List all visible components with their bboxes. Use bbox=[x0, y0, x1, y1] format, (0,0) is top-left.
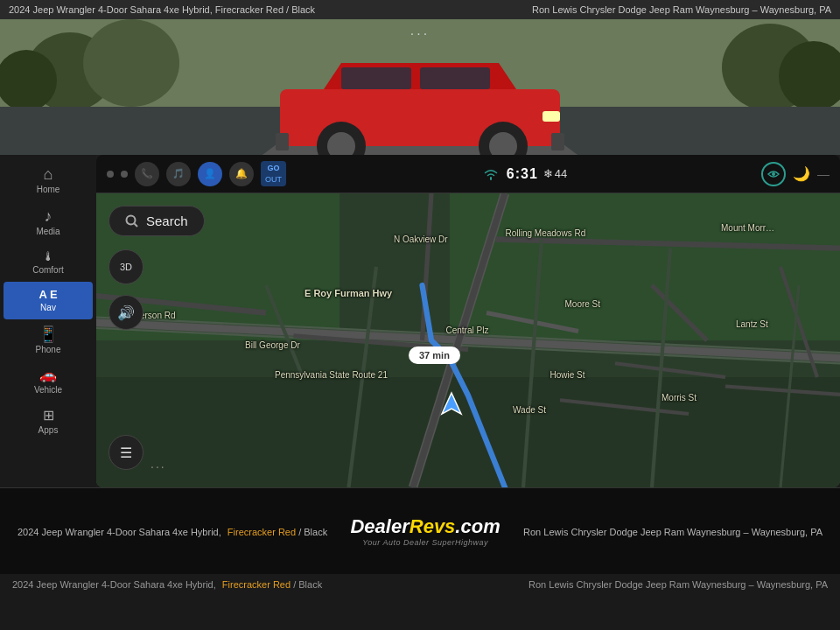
apps-icon: ⊞ bbox=[43, 409, 54, 423]
svg-rect-10 bbox=[341, 67, 411, 89]
topbar-left-section: 📞 🎵 👤 🔔 GO OUT bbox=[107, 161, 286, 186]
svg-point-2 bbox=[83, 19, 179, 107]
dealer-title-bar: Ron Lewis Chrysler Dodge Jeep Ram Waynes… bbox=[532, 4, 831, 15]
volume-icon: 🔊 bbox=[117, 304, 135, 321]
status-dot-1 bbox=[107, 171, 114, 178]
comfort-icon: 🌡 bbox=[42, 250, 54, 262]
logo-domain: .com bbox=[455, 515, 500, 538]
svg-point-45 bbox=[127, 215, 136, 224]
temp-symbol: ❄ bbox=[543, 167, 553, 180]
wifi-svg bbox=[482, 167, 500, 181]
footer-caption: 2024 Jeep Wrangler 4-Door Sahara 4xe Hyb… bbox=[0, 574, 840, 595]
footer-car-title: 2024 Jeep Wrangler 4-Door Sahara 4xe Hyb… bbox=[18, 527, 327, 537]
menu-button[interactable]: ☰ bbox=[108, 435, 144, 470]
infotainment-screen: 📞 🎵 👤 🔔 GO OUT bbox=[96, 155, 840, 487]
topbar-center-section: 6:31 ❄ 44 bbox=[480, 164, 568, 185]
svg-line-46 bbox=[135, 223, 138, 227]
footer-dealer-text: Ron Lewis Chrysler Dodge Jeep Ram Waynes… bbox=[523, 527, 822, 537]
phone-icon: 📱 bbox=[38, 326, 58, 342]
svg-marker-44 bbox=[442, 393, 461, 414]
go-out-badge: GO OUT bbox=[261, 161, 286, 186]
svg-rect-16 bbox=[542, 111, 560, 122]
moon-icon[interactable]: 🌙 bbox=[793, 165, 810, 182]
user-icon: 👤 bbox=[198, 162, 222, 186]
caption-color-interior: Black bbox=[298, 579, 322, 590]
screen-topbar: 📞 🎵 👤 🔔 GO OUT bbox=[96, 155, 840, 193]
car-photo-area: ··· bbox=[0, 19, 840, 155]
media-status-icon: 🎵 bbox=[166, 162, 191, 186]
color-exterior: Firecracker Red bbox=[228, 527, 296, 537]
wifi-icon bbox=[480, 164, 501, 185]
temp-display: ❄ 44 bbox=[543, 167, 567, 180]
temp-value: 44 bbox=[555, 167, 567, 180]
search-icon bbox=[125, 214, 139, 228]
map-svg bbox=[96, 193, 840, 487]
menu-icon: ☰ bbox=[120, 444, 132, 461]
sidebar-nav: ⌂ Home ♪ Media 🌡 Comfort A E Nav 📱 Phone… bbox=[0, 155, 96, 487]
dealer-logo[interactable]: Dealer Revs .com Your Auto Dealer SuperH… bbox=[350, 515, 500, 547]
svg-rect-11 bbox=[420, 67, 490, 89]
volume-button[interactable]: 🔊 bbox=[108, 295, 144, 330]
sidebar-item-apps[interactable]: ⊞ Apps bbox=[0, 402, 96, 442]
eye-svg bbox=[767, 170, 780, 178]
dashboard-area: ⌂ Home ♪ Media 🌡 Comfort A E Nav 📱 Phone… bbox=[0, 155, 840, 487]
music-icon: ♪ bbox=[45, 208, 52, 224]
map-area[interactable]: Jefferson Rd N Oakview Dr E Roy Furman H… bbox=[96, 193, 840, 487]
go-out-label: GO bbox=[265, 163, 282, 174]
footer: 2024 Jeep Wrangler 4-Door Sahara 4xe Hyb… bbox=[0, 487, 840, 595]
color-interior: Black bbox=[304, 527, 327, 537]
car-location-arrow bbox=[438, 391, 465, 417]
notification-icon: 🔔 bbox=[229, 162, 254, 186]
logo-tagline: Your Auto Dealer SuperHighway bbox=[362, 538, 488, 547]
browser-top-bar: 2024 Jeep Wrangler 4-Door Sahara 4xe Hyb… bbox=[0, 0, 840, 19]
svg-rect-17 bbox=[276, 133, 289, 150]
sidebar-item-phone[interactable]: 📱 Phone bbox=[0, 319, 96, 361]
footer-caption-dealer: Ron Lewis Chrysler Dodge Jeep Ram Waynes… bbox=[528, 579, 828, 590]
logo-text: Dealer Revs .com bbox=[350, 515, 500, 538]
svg-point-19 bbox=[772, 172, 775, 176]
search-label: Search bbox=[146, 214, 188, 228]
dots-menu-top[interactable]: ··· bbox=[410, 26, 430, 42]
logo-dealer: Dealer bbox=[350, 515, 409, 538]
time-display: 6:31 bbox=[507, 166, 538, 182]
sidebar-item-media[interactable]: ♪ Media bbox=[0, 201, 96, 243]
sidebar-item-home[interactable]: ⌂ Home bbox=[0, 159, 96, 201]
nav-icon: A E bbox=[38, 289, 57, 300]
svg-rect-18 bbox=[551, 133, 564, 150]
sidebar-item-comfort[interactable]: 🌡 Comfort bbox=[0, 243, 96, 282]
page-title-bar: 2024 Jeep Wrangler 4-Door Sahara 4xe Hyb… bbox=[9, 4, 315, 15]
footer-caption-car-title: 2024 Jeep Wrangler 4-Door Sahara 4xe Hyb… bbox=[12, 579, 322, 590]
logo-revs: Revs bbox=[410, 515, 456, 538]
car-arrow-svg bbox=[438, 391, 465, 417]
search-button[interactable]: Search bbox=[108, 206, 205, 236]
status-dot-2 bbox=[121, 171, 128, 178]
caption-color-exterior: Firecracker Red bbox=[222, 579, 290, 590]
eye-icon[interactable] bbox=[761, 162, 786, 186]
separator: — bbox=[817, 167, 830, 181]
sidebar-item-vehicle[interactable]: 🚗 Vehicle bbox=[0, 361, 96, 402]
sidebar-item-nav[interactable]: A E Nav bbox=[4, 282, 93, 319]
vehicle-icon: 🚗 bbox=[39, 368, 57, 382]
btn-3d-label: 3D bbox=[120, 262, 132, 272]
footer-dealer-name: Ron Lewis Chrysler Dodge Jeep Ram Waynes… bbox=[523, 523, 822, 539]
home-icon: ⌂ bbox=[44, 166, 53, 182]
dots-bottom-left: ··· bbox=[150, 459, 166, 473]
topbar-right-section: 🌙 — bbox=[761, 162, 830, 186]
car-silhouette: ··· bbox=[0, 19, 840, 155]
btn-3d[interactable]: 3D bbox=[108, 249, 144, 284]
out-label: OUT bbox=[265, 174, 282, 186]
footer-car-info: 2024 Jeep Wrangler 4-Door Sahara 4xe Hyb… bbox=[18, 523, 327, 539]
route-time-bubble: 37 min bbox=[409, 346, 460, 364]
phone-status-icon: 📞 bbox=[135, 162, 159, 186]
footer-top: 2024 Jeep Wrangler 4-Door Sahara 4xe Hyb… bbox=[0, 487, 840, 574]
